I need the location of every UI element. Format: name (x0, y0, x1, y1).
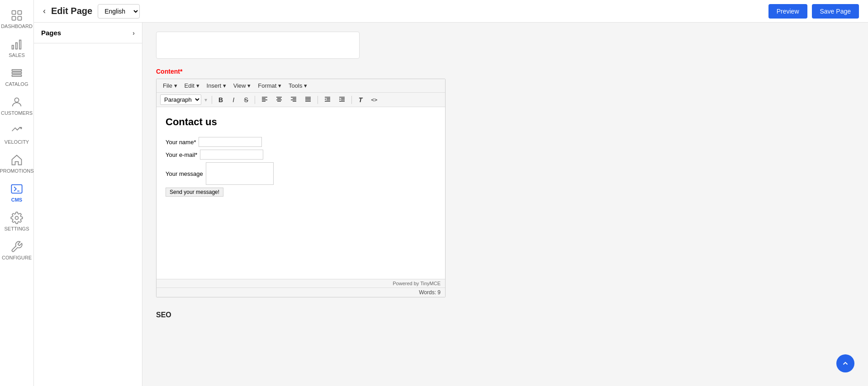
submit-row: Send your message! (166, 188, 436, 197)
bold-button[interactable]: B (215, 95, 226, 105)
message-row: Your message (166, 162, 436, 185)
svg-rect-6 (19, 40, 21, 49)
editor-format-bar: Paragraph Heading 1 Heading 2 Heading 3 … (157, 93, 445, 107)
editor-heading: Contact us (166, 116, 436, 128)
top-bar: ‹ Edit Page English French Spanish Germa… (34, 0, 868, 23)
seo-section: SEO (156, 311, 854, 319)
sidebar-item-configure[interactable]: CONFIGURE (0, 236, 33, 265)
sidebar-item-promotions[interactable]: PROMOTIONS (0, 149, 33, 178)
sidebar-item-label: PROMOTIONS (0, 168, 34, 174)
email-label: Your e-mail* (166, 151, 197, 158)
content-area: Content* File ▾ Edit ▾ Insert ▾ View ▾ F… (142, 23, 868, 386)
editor-footer: Powered by TinyMCE (157, 279, 445, 287)
top-bar-left: ‹ Edit Page English French Spanish Germa… (43, 4, 140, 19)
align-center-button[interactable] (273, 94, 285, 105)
editor-menu-bar: File ▾ Edit ▾ Insert ▾ View ▾ Format ▾ T… (157, 79, 445, 93)
sidebar-item-label: SETTINGS (4, 226, 29, 231)
format-menu[interactable]: Format ▾ (255, 81, 284, 90)
svg-rect-4 (12, 45, 14, 49)
view-menu[interactable]: View ▾ (231, 81, 254, 90)
catalog-icon (10, 67, 23, 80)
svg-point-12 (15, 217, 19, 220)
name-label: Your name* (166, 139, 196, 146)
page-title: Edit Page (51, 6, 92, 16)
editor-body[interactable]: Contact us Your name* Your e-mail* Your … (157, 107, 445, 279)
chevron-up-icon (841, 359, 849, 367)
chevron-right-icon[interactable]: › (133, 29, 135, 37)
svg-rect-7 (12, 70, 22, 71)
save-page-button[interactable]: Save Page (812, 4, 859, 19)
configure-icon (10, 240, 23, 253)
pages-sidebar: Pages › (34, 23, 142, 386)
velocity-icon (10, 125, 23, 137)
tools-menu[interactable]: Tools ▾ (286, 81, 310, 90)
customers-icon (10, 96, 23, 108)
preview-button[interactable]: Preview (768, 4, 807, 19)
back-button[interactable]: ‹ (43, 6, 46, 16)
svg-rect-5 (16, 43, 18, 49)
sidebar-item-label: VELOCITY (5, 139, 29, 145)
svg-rect-1 (18, 11, 21, 14)
indent-increase-button[interactable] (336, 94, 348, 105)
svg-rect-3 (18, 16, 21, 20)
title-input-field[interactable] (156, 32, 360, 59)
name-row: Your name* (166, 137, 436, 147)
pages-sidebar-title: Pages (41, 29, 61, 37)
sidebar-item-label: CATALOG (5, 81, 28, 87)
content-label: Content* (156, 68, 854, 75)
content-wrapper: Pages › Content* File ▾ Edit ▾ Insert ▾ … (34, 23, 868, 386)
top-bar-right: Preview Save Page (768, 4, 859, 19)
svg-rect-0 (12, 11, 16, 14)
indent-decrease-button[interactable] (321, 94, 334, 105)
align-right-button[interactable] (287, 94, 300, 105)
sidebar-item-velocity[interactable]: VELOCITY (0, 120, 33, 149)
sidebar-item-sales[interactable]: SALES (0, 33, 33, 62)
sidebar-item-settings[interactable]: SETTINGS (0, 207, 33, 236)
powered-by-label: Powered by TinyMCE (393, 281, 441, 286)
sidebar-item-label: CUSTOMERS (1, 110, 33, 116)
promotions-icon (10, 154, 23, 166)
svg-rect-8 (12, 72, 22, 74)
toolbar-separator-3 (318, 96, 318, 104)
insert-menu[interactable]: Insert ▾ (204, 81, 229, 90)
sidebar-item-label: CONFIGURE (2, 255, 32, 260)
pages-sidebar-header: Pages › (34, 23, 142, 43)
justify-button[interactable] (302, 94, 314, 105)
toolbar-separator-2 (255, 96, 255, 104)
email-row: Your e-mail* (166, 150, 436, 160)
required-asterisk: * (180, 68, 182, 75)
scroll-top-button[interactable] (836, 354, 854, 372)
submit-button-demo: Send your message! (166, 188, 223, 197)
sidebar-item-customers[interactable]: CUSTOMERS (0, 91, 33, 120)
toolbar-separator-1 (212, 96, 212, 104)
edit-menu[interactable]: Edit ▾ (182, 81, 202, 90)
sidebar-item-label: SALES (9, 52, 24, 58)
sidebar-item-dashboard[interactable]: DASHBOARD (0, 5, 33, 33)
sidebar-item-label: CMS (11, 197, 22, 202)
sales-icon (10, 38, 23, 51)
source-code-button[interactable]: <> (368, 95, 380, 104)
cms-icon (10, 183, 23, 195)
message-label: Your message (166, 170, 203, 177)
contact-form-demo: Your name* Your e-mail* Your message (166, 137, 436, 197)
editor-statusbar: Words: 9 (157, 287, 445, 297)
svg-rect-9 (12, 75, 22, 77)
language-select[interactable]: English French Spanish German (98, 4, 140, 19)
text-clear-button[interactable]: T (355, 95, 366, 105)
sidebar-item-catalog[interactable]: CATALOG (0, 62, 33, 91)
settings-icon (10, 212, 23, 224)
name-input-demo (199, 137, 262, 147)
strikethrough-button[interactable]: S (241, 95, 251, 105)
sidebar-item-cms[interactable]: CMS (0, 178, 33, 207)
svg-rect-2 (12, 16, 16, 20)
align-left-button[interactable] (258, 94, 271, 105)
email-input-demo (200, 150, 263, 160)
left-sidebar: DASHBOARD SALES CATALOG CUSTOMERS VELOCI… (0, 0, 34, 386)
file-menu[interactable]: File ▾ (160, 81, 180, 90)
dashboard-icon (10, 9, 23, 22)
italic-button[interactable]: I (228, 95, 239, 105)
svg-point-10 (14, 98, 19, 102)
toolbar-separator-4 (351, 96, 352, 104)
paragraph-select[interactable]: Paragraph Heading 1 Heading 2 Heading 3 (160, 94, 201, 105)
word-count: Words: 9 (419, 289, 441, 296)
